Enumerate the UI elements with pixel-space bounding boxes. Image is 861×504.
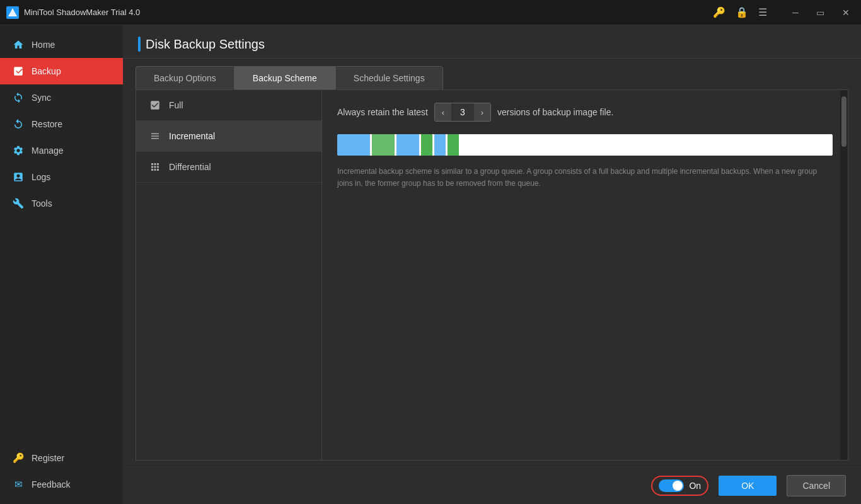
page-title-text: Disk Backup Settings [146,37,265,52]
content-area: Disk Backup Settings Backup Options Back… [123,25,861,504]
restore-icon [13,118,24,130]
sidebar-item-tools[interactable]: Tools [0,190,123,217]
sidebar-item-manage[interactable]: Manage [0,137,123,164]
sidebar-label-logs: Logs [32,172,50,182]
sidebar-label-sync: Sync [32,93,51,103]
titlebar: MiniTool ShadowMaker Trial 4.0 🔑 🔒 ☰ ─ ▭… [0,0,861,25]
sidebar-item-feedback[interactable]: ✉ Feedback [0,471,123,498]
sidebar-label-restore: Restore [32,119,62,129]
scrollbar[interactable] [840,90,848,460]
differential-icon [149,161,161,173]
sidebar-label-register: Register [32,453,64,463]
sidebar: Home Backup Sync Restore Manage [0,25,123,504]
svg-marker-0 [8,8,17,16]
sidebar-label-backup: Backup [32,66,61,76]
panel-area: Full Incremental Differential [136,89,848,461]
version-stepper[interactable]: ‹ 3 › [434,103,491,122]
app-body: Home Backup Sync Restore Manage [0,25,861,504]
titlebar-icons[interactable]: 🔑 🔒 ☰ ─ ▭ ✕ [713,6,855,19]
app-title: MiniTool ShadowMaker Trial 4.0 [24,8,140,17]
page-header: Disk Backup Settings [123,25,861,59]
home-icon [13,39,24,50]
sync-icon [13,92,24,103]
close-button[interactable]: ✕ [837,6,855,19]
sidebar-item-home[interactable]: Home [0,32,123,58]
lock-icon[interactable]: 🔒 [736,6,748,18]
toggle-label: On [689,481,701,491]
right-panel: Always retain the latest ‹ 3 › versions … [322,90,848,460]
toggle-knob [673,481,683,491]
menu-icon[interactable]: ☰ [758,6,767,18]
scheme-label: Always retain the latest [337,107,428,117]
chart-empty-seg [461,134,833,156]
left-panel: Full Incremental Differential [136,90,322,460]
toggle-switch[interactable] [659,479,684,492]
sidebar-label-manage: Manage [32,146,64,156]
window-controls[interactable]: ─ ▭ ✕ [787,6,855,19]
sidebar-label-feedback: Feedback [32,479,70,490]
sidebar-label-tools: Tools [32,198,52,209]
chart-inc5-seg [448,134,459,156]
tabs-row: Backup Options Backup Scheme Schedule Se… [123,59,861,89]
sidebar-item-register[interactable]: 🔑 Register [0,445,123,471]
sidebar-bottom: 🔑 Register ✉ Feedback [0,445,123,504]
stepper-value: 3 [451,103,474,121]
sidebar-item-sync[interactable]: Sync [0,84,123,111]
option-differential-label: Differential [169,162,211,172]
register-icon: 🔑 [13,452,24,464]
scheme-suffix: versions of backup image file. [497,107,613,117]
scheme-row: Always retain the latest ‹ 3 › versions … [337,103,833,122]
option-differential[interactable]: Differential [136,152,321,183]
incremental-chart [337,134,833,156]
app-logo [6,6,19,19]
chart-inc3-seg [421,134,432,156]
toggle-area[interactable]: On [651,476,708,496]
sidebar-item-restore[interactable]: Restore [0,111,123,137]
ok-button[interactable]: OK [719,476,777,496]
chart-full-seg [337,134,370,156]
sidebar-item-logs[interactable]: Logs [0,164,123,190]
restore-button[interactable]: ▭ [811,6,829,19]
titlebar-left: MiniTool ShadowMaker Trial 4.0 [6,6,140,19]
title-accent-bar [138,37,141,52]
sidebar-item-backup[interactable]: Backup [0,58,123,84]
option-full[interactable]: Full [136,90,321,121]
logs-icon [13,171,24,183]
sidebar-label-home: Home [32,40,55,50]
minimize-button[interactable]: ─ [787,6,804,19]
page-title: Disk Backup Settings [138,37,846,52]
feedback-icon: ✉ [13,479,24,490]
option-full-label: Full [169,100,183,110]
stepper-increase-button[interactable]: › [474,103,490,121]
tab-backup-scheme[interactable]: Backup Scheme [234,66,335,89]
option-incremental-label: Incremental [169,131,215,141]
key-icon[interactable]: 🔑 [713,6,725,18]
tools-icon [13,198,24,209]
chart-inc1-seg [372,134,395,156]
option-incremental[interactable]: Incremental [136,121,321,152]
chart-inc4-seg [434,134,446,156]
cancel-button[interactable]: Cancel [787,475,846,496]
tab-backup-options[interactable]: Backup Options [136,66,234,89]
stepper-decrease-button[interactable]: ‹ [435,103,451,121]
manage-icon [13,145,24,156]
full-icon [149,99,161,112]
tab-schedule-settings[interactable]: Schedule Settings [335,66,443,89]
backup-icon [13,66,24,77]
chart-inc2-seg [396,134,419,156]
scrollbar-thumb[interactable] [841,96,847,147]
footer: On OK Cancel [123,467,861,504]
incremental-icon [149,130,161,142]
scheme-description: Incremental backup scheme is similar to … [337,166,833,190]
